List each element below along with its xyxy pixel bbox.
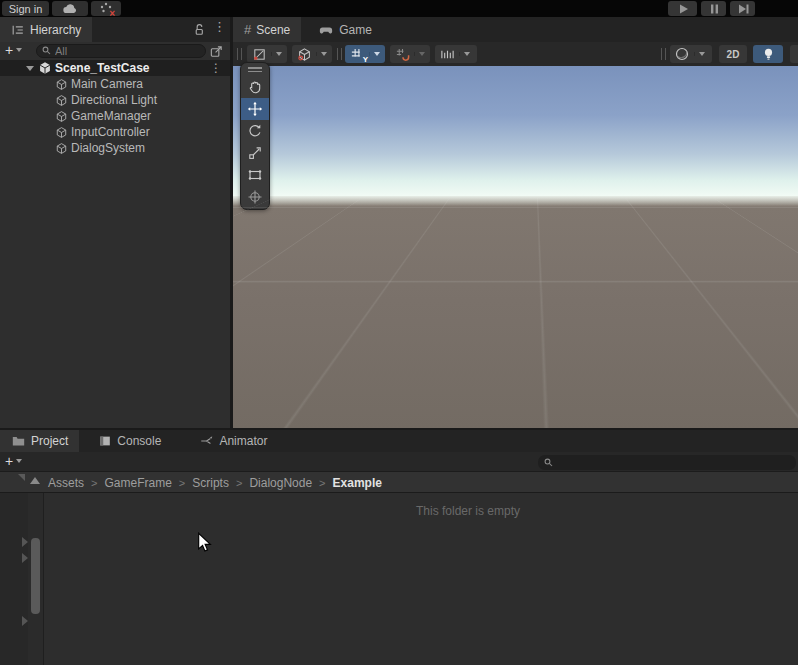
- top-toolbar: Sign in ×: [0, 0, 798, 17]
- scene-toolbar: Y 2D: [233, 42, 798, 66]
- console-tab-label: Console: [117, 434, 161, 448]
- tab-game[interactable]: Game: [307, 17, 383, 42]
- toggle-2d-button[interactable]: 2D: [719, 45, 747, 63]
- sign-in-button[interactable]: Sign in: [2, 1, 49, 16]
- rect-tool-button[interactable]: [241, 164, 269, 186]
- hand-icon: [247, 79, 263, 95]
- plus-icon: +: [5, 42, 13, 58]
- shading-mode-button[interactable]: [292, 45, 332, 63]
- breadcrumb-item[interactable]: GameFrame: [104, 476, 171, 490]
- plus-icon: +: [5, 453, 13, 469]
- project-create-button[interactable]: +: [5, 453, 22, 469]
- collab-error-icon: ×: [98, 1, 114, 16]
- hand-tool-button[interactable]: [241, 76, 269, 98]
- tree-row-directional-light[interactable]: Directional Light: [0, 92, 230, 108]
- folder-column-scrollbar[interactable]: [28, 493, 43, 665]
- animator-icon: [199, 434, 214, 448]
- 2d-label: 2D: [727, 49, 740, 60]
- tab-scene[interactable]: # Scene: [233, 17, 301, 42]
- project-search-input[interactable]: [558, 457, 791, 469]
- project-search-field[interactable]: [538, 455, 796, 470]
- scale-tool-button[interactable]: [241, 142, 269, 164]
- step-button[interactable]: [730, 1, 755, 16]
- transform-tool-button[interactable]: [241, 186, 269, 208]
- column-divider[interactable]: [43, 493, 44, 665]
- snap-settings-button[interactable]: [390, 45, 430, 63]
- tab-hierarchy[interactable]: Hierarchy: [0, 17, 92, 42]
- drag-handle-icon[interactable]: [237, 48, 242, 60]
- hierarchy-tab-label: Hierarchy: [30, 23, 81, 37]
- ruler-icon: [435, 47, 459, 62]
- scrollbar-thumb[interactable]: [31, 538, 40, 614]
- hierarchy-search-field[interactable]: [36, 44, 206, 58]
- tab-animator[interactable]: Animator: [188, 430, 278, 452]
- gameobject-icon: [55, 110, 68, 123]
- splitter-corner-icon[interactable]: [18, 474, 25, 481]
- move-tool-button[interactable]: [241, 98, 269, 120]
- gameobject-label: GameManager: [71, 109, 151, 123]
- audio-toggle-button[interactable]: [790, 45, 798, 63]
- tab-project[interactable]: Project: [0, 430, 79, 452]
- hierarchy-create-button[interactable]: +: [5, 42, 22, 58]
- drag-handle-icon[interactable]: [337, 48, 342, 60]
- chevron-down-icon[interactable]: [316, 52, 330, 56]
- tree-row-inputcontroller[interactable]: InputController: [0, 124, 230, 140]
- gameobject-label: DialogSystem: [71, 141, 145, 155]
- chevron-down-icon[interactable]: [369, 52, 383, 56]
- lock-icon[interactable]: [192, 22, 207, 37]
- console-icon: [98, 434, 112, 448]
- chevron-down-icon[interactable]: [694, 52, 708, 56]
- hierarchy-toolbar: +: [0, 42, 230, 60]
- mouse-cursor: [197, 532, 212, 554]
- tree-row-scene[interactable]: Scene_TestCase ⋮: [0, 60, 230, 76]
- scale-icon: [247, 145, 263, 161]
- scene-viewport[interactable]: [233, 66, 798, 428]
- scene-ground: [233, 196, 798, 428]
- step-icon: [735, 1, 751, 17]
- hierarchy-search-input[interactable]: [55, 45, 201, 57]
- folder-icon: [11, 434, 26, 448]
- draw-mode-icon: [247, 47, 271, 62]
- palette-drag-handle[interactable]: [241, 63, 269, 76]
- tool-palette: [240, 62, 270, 210]
- chevron-down-icon[interactable]: [414, 52, 428, 56]
- play-icon: [675, 1, 691, 17]
- collab-status-button[interactable]: ×: [91, 1, 121, 16]
- play-button[interactable]: [668, 1, 697, 16]
- drag-handle-icon[interactable]: [661, 48, 666, 60]
- row-menu-icon[interactable]: ⋮: [210, 63, 222, 73]
- cloud-services-button[interactable]: [52, 1, 88, 16]
- gameobject-label: InputController: [71, 125, 150, 139]
- pause-button[interactable]: [701, 1, 726, 16]
- snap-increment-button[interactable]: [435, 45, 477, 63]
- hierarchy-menu-icon[interactable]: ⋮: [213, 22, 226, 32]
- tree-row-dialogsystem[interactable]: DialogSystem: [0, 140, 230, 156]
- scroll-up-icon[interactable]: [30, 477, 40, 484]
- search-icon: [543, 457, 555, 469]
- grid-visibility-button[interactable]: Y: [345, 45, 385, 63]
- gameobject-label: Main Camera: [71, 77, 143, 91]
- hierarchy-tabbar: Hierarchy ⋮: [0, 17, 230, 42]
- rect-tool-icon: [247, 167, 263, 183]
- tree-row-main-camera[interactable]: Main Camera: [0, 76, 230, 92]
- foldout-icon[interactable]: [26, 66, 34, 71]
- draw-mode-button[interactable]: [247, 45, 287, 63]
- tree-row-gamemanager[interactable]: GameManager: [0, 108, 230, 124]
- scene-lighting-button[interactable]: [753, 45, 783, 63]
- gameobject-label: Directional Light: [71, 93, 157, 107]
- breadcrumb-item[interactable]: Assets: [48, 476, 84, 490]
- tab-console[interactable]: Console: [87, 430, 172, 452]
- camera-view-button[interactable]: [670, 45, 712, 63]
- project-folder-column: [0, 493, 28, 665]
- chevron-down-icon[interactable]: [271, 52, 285, 56]
- project-toolbar: +: [0, 452, 798, 472]
- rotate-tool-button[interactable]: [241, 120, 269, 142]
- cloud-icon: [62, 1, 78, 17]
- rotate-icon: [247, 123, 263, 139]
- chevron-down-icon[interactable]: [459, 52, 473, 56]
- breadcrumb-item[interactable]: DialogNode: [249, 476, 312, 490]
- scene-panel: # Scene Game Y: [233, 17, 798, 428]
- breadcrumb-item-current[interactable]: Example: [333, 476, 382, 490]
- breadcrumb-item[interactable]: Scripts: [192, 476, 229, 490]
- scene-picker-icon[interactable]: [209, 44, 224, 59]
